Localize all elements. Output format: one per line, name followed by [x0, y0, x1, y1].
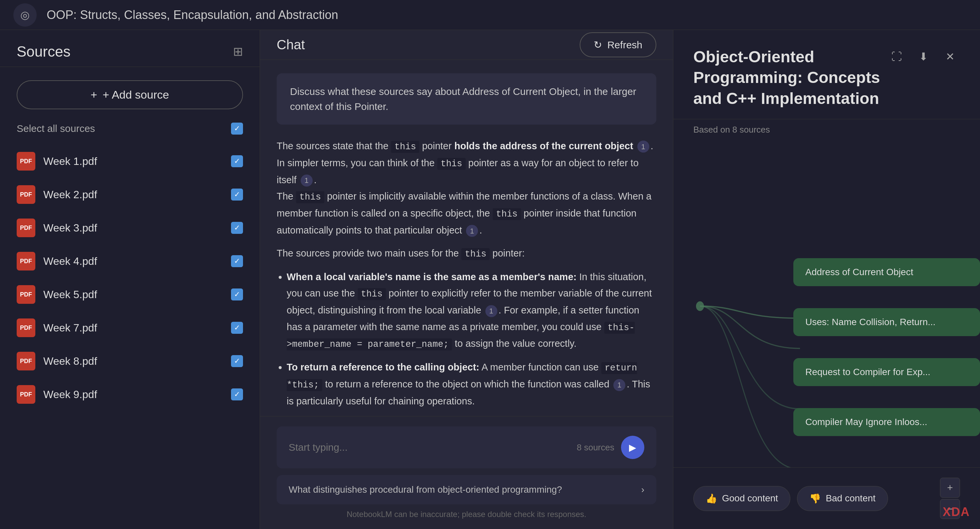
pdf-icon: PDF: [17, 252, 35, 270]
source-checkbox[interactable]: ✓: [231, 388, 243, 400]
chat-header: Chat ↻ Refresh: [260, 30, 673, 60]
list-item[interactable]: PDF Week 5.pdf ✓: [0, 278, 260, 311]
good-content-button[interactable]: 👍 Good content: [693, 486, 790, 511]
thumbs-down-icon: 👎: [809, 493, 821, 504]
ai-use-2: To return a reference to the calling obj…: [287, 359, 656, 410]
select-all-row: Select all sources ✓: [0, 119, 260, 141]
chat-area: Chat ↻ Refresh Discuss what these source…: [260, 30, 673, 529]
right-panel-title-area: Object-Oriented Programming: Concepts an…: [693, 47, 887, 109]
source-name: Week 8.pdf: [43, 355, 223, 367]
concept-card[interactable]: Request to Compiler for Exp...: [793, 358, 980, 386]
chat-input-box: 8 sources ▶: [277, 426, 656, 469]
sources-subtitle: Based on 8 sources: [673, 119, 980, 145]
ai-uses-intro: The sources provide two main uses for th…: [277, 245, 656, 262]
pdf-icon: PDF: [17, 318, 35, 337]
app-logo: ◎: [13, 3, 37, 27]
source-name: Week 9.pdf: [43, 388, 223, 401]
xda-watermark: XDA: [943, 505, 970, 519]
chat-messages: Discuss what these sources say about Add…: [260, 60, 673, 416]
right-panel-content: Address of Current ObjectUses: Name Coll…: [673, 145, 980, 467]
right-panel: Object-Oriented Programming: Concepts an…: [673, 30, 980, 529]
pdf-icon: PDF: [17, 219, 35, 237]
layout-icon[interactable]: ⊞: [233, 44, 243, 59]
user-query: Discuss what these sources say about Add…: [277, 73, 656, 125]
refresh-icon: ↻: [593, 39, 602, 51]
list-item[interactable]: PDF Week 9.pdf ✓: [0, 378, 260, 411]
source-checkbox[interactable]: ✓: [231, 322, 243, 334]
list-item[interactable]: PDF Week 8.pdf ✓: [0, 345, 260, 378]
send-button[interactable]: ▶: [621, 436, 644, 459]
concept-card[interactable]: Address of Current Object: [793, 258, 980, 286]
add-source-label: + Add source: [103, 88, 169, 101]
source-checkbox[interactable]: ✓: [231, 255, 243, 267]
list-item[interactable]: PDF Week 7.pdf ✓: [0, 311, 260, 345]
svg-point-0: [696, 302, 704, 311]
source-checkbox[interactable]: ✓: [231, 355, 243, 367]
source-name: Week 1.pdf: [43, 155, 223, 168]
sources-count: 8 sources: [577, 442, 614, 453]
plus-icon: +: [91, 88, 97, 101]
chevron-right-icon: ›: [641, 485, 644, 495]
chat-disclaimer: NotebookLM can be inaccurate; please dou…: [277, 510, 656, 519]
select-all-label: Select all sources: [17, 123, 95, 134]
topbar: ◎ OOP: Structs, Classes, Encapsulation, …: [0, 0, 980, 30]
source-list: PDF Week 1.pdf ✓ PDF Week 2.pdf ✓ PDF We…: [0, 141, 260, 529]
chat-input-area: 8 sources ▶ What distinguishes procedura…: [260, 416, 673, 529]
good-content-label: Good content: [722, 493, 778, 504]
ai-use-1: When a local variable's name is the same…: [287, 269, 656, 353]
list-item[interactable]: PDF Week 4.pdf ✓: [0, 245, 260, 278]
source-name: Week 7.pdf: [43, 322, 223, 334]
source-name: Week 3.pdf: [43, 222, 223, 234]
ai-uses-list: When a local variable's name is the same…: [277, 269, 656, 410]
concept-card[interactable]: Compiler May Ignore Inloos...: [793, 408, 980, 436]
list-item[interactable]: PDF Week 1.pdf ✓: [0, 145, 260, 178]
sidebar-header: Sources ⊞: [0, 30, 260, 67]
sidebar-title: Sources: [17, 43, 70, 60]
source-name: Week 5.pdf: [43, 289, 223, 301]
source-checkbox[interactable]: ✓: [231, 155, 243, 167]
list-item[interactable]: PDF Week 2.pdf ✓: [0, 178, 260, 211]
right-panel-title: Object-Oriented Programming: Concepts an…: [693, 47, 887, 109]
thumbs-up-icon: 👍: [706, 493, 718, 504]
suggested-query[interactable]: What distinguishes procedural from objec…: [277, 475, 656, 504]
page-title: OOP: Structs, Classes, Encapsulation, an…: [47, 8, 338, 22]
ai-intro: The sources state that the this pointer …: [277, 138, 656, 238]
add-source-button[interactable]: + + Add source: [17, 80, 243, 109]
refresh-button[interactable]: ↻ Refresh: [580, 32, 656, 57]
chat-title: Chat: [277, 37, 305, 52]
pdf-icon: PDF: [17, 285, 35, 304]
download-icon[interactable]: ⬇: [913, 47, 933, 67]
source-checkbox[interactable]: ✓: [231, 289, 243, 300]
pdf-icon: PDF: [17, 152, 35, 170]
source-checkbox[interactable]: ✓: [231, 222, 243, 234]
main-layout: Sources ⊞ + + Add source Select all sour…: [0, 30, 980, 529]
pdf-icon: PDF: [17, 385, 35, 404]
zoom-in-button[interactable]: +: [940, 478, 960, 498]
pdf-icon: PDF: [17, 352, 35, 370]
right-panel-actions: ⛶ ⬇ ✕: [887, 47, 960, 67]
bottom-feedback: 👍 Good content 👎 Bad content + −: [673, 467, 980, 529]
chat-input[interactable]: [289, 442, 570, 453]
bad-content-button[interactable]: 👎 Bad content: [797, 486, 888, 511]
pdf-icon: PDF: [17, 185, 35, 204]
source-name: Week 4.pdf: [43, 255, 223, 267]
ai-response: The sources state that the this pointer …: [277, 138, 656, 416]
suggested-query-text: What distinguishes procedural from objec…: [289, 485, 562, 495]
list-item[interactable]: PDF Week 3.pdf ✓: [0, 211, 260, 245]
feedback-buttons: 👍 Good content 👎 Bad content: [693, 486, 888, 511]
expand-icon[interactable]: ⛶: [887, 47, 907, 67]
source-checkbox[interactable]: ✓: [231, 189, 243, 200]
close-icon[interactable]: ✕: [940, 47, 960, 67]
concept-card[interactable]: Uses: Name Collision, Return...: [793, 308, 980, 336]
bad-content-label: Bad content: [826, 493, 875, 504]
select-all-checkbox[interactable]: ✓: [231, 122, 243, 135]
sidebar: Sources ⊞ + + Add source Select all sour…: [0, 30, 260, 529]
refresh-label: Refresh: [607, 39, 642, 51]
right-panel-header: Object-Oriented Programming: Concepts an…: [673, 30, 980, 119]
source-name: Week 2.pdf: [43, 189, 223, 201]
